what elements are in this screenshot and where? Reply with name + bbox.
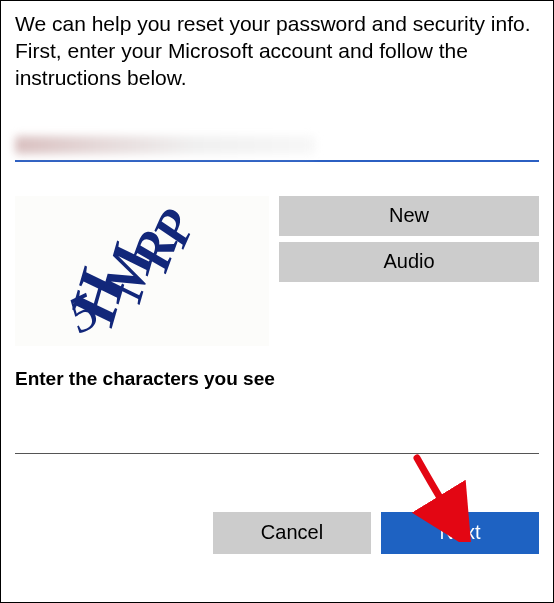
captcha-controls: New Audio <box>279 196 539 346</box>
captcha-input[interactable] <box>15 424 539 454</box>
email-underline <box>15 160 539 162</box>
captcha-prompt: Enter the characters you see <box>15 368 539 390</box>
next-button[interactable]: Next <box>381 512 539 554</box>
cancel-button[interactable]: Cancel <box>213 512 371 554</box>
captcha-new-button[interactable]: New <box>279 196 539 236</box>
instructions-text: We can help you reset your password and … <box>15 11 539 92</box>
email-redacted-value <box>15 136 315 154</box>
footer-buttons: Cancel Next <box>15 512 539 554</box>
captcha-audio-button[interactable]: Audio <box>279 242 539 282</box>
captcha-row: 5 H M R P New Audio <box>15 196 539 346</box>
captcha-image: 5 H M R P <box>15 196 269 346</box>
password-reset-dialog: We can help you reset your password and … <box>0 0 554 603</box>
email-field-row[interactable] <box>15 128 539 154</box>
